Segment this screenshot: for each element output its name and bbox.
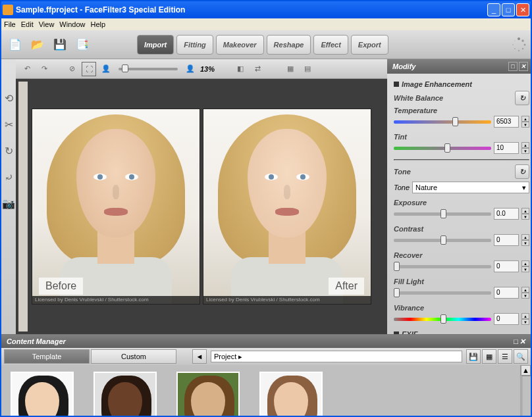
cm-item[interactable]: Asian Creaseless xyxy=(11,372,74,417)
modify-title: Modify xyxy=(392,62,415,70)
vibrance-up[interactable]: ▲ xyxy=(521,313,529,319)
flip-icon[interactable]: ⤾ xyxy=(1,170,16,184)
close-button[interactable]: ✕ xyxy=(516,3,529,16)
contrast-down[interactable]: ▼ xyxy=(521,240,529,246)
save-as-icon[interactable]: 📑 xyxy=(72,36,92,53)
fill-light-value[interactable]: 0 xyxy=(494,287,519,299)
crop-icon[interactable]: ✂ xyxy=(1,117,16,132)
zoom-slider[interactable] xyxy=(119,68,178,70)
zoom-in-icon[interactable]: 👤 xyxy=(183,62,198,76)
contrast-up[interactable]: ▲ xyxy=(521,234,529,240)
recover-down[interactable]: ▼ xyxy=(521,266,529,272)
save-icon[interactable]: 💾 xyxy=(50,36,70,53)
tint-down[interactable]: ▼ xyxy=(521,148,529,154)
cm-item[interactable]: Makeup Template xyxy=(259,372,323,417)
fill-light-slider[interactable] xyxy=(394,291,491,295)
cm-save-icon[interactable]: 💾 xyxy=(466,349,481,364)
minimize-button[interactable]: _ xyxy=(487,3,500,16)
titlebar: Sample.ffproject - FaceFilter3 Special E… xyxy=(1,1,531,18)
cm-close-icon[interactable]: ✕ xyxy=(519,337,525,346)
temperature-down[interactable]: ▼ xyxy=(521,122,529,128)
tint-handle[interactable] xyxy=(444,143,450,153)
redo-icon[interactable]: ↷ xyxy=(37,62,51,76)
fit-icon[interactable]: ⛶ xyxy=(82,62,96,76)
vibrance-slider[interactable] xyxy=(394,318,491,321)
zoom-out-icon[interactable]: 👤 xyxy=(99,62,113,76)
contrast-value[interactable]: 0 xyxy=(494,234,519,246)
white-balance-reset-button[interactable]: ↻ xyxy=(515,91,529,105)
modify-panel-header: Modify □ ✕ xyxy=(387,59,532,74)
tint-value[interactable]: 10 xyxy=(494,142,519,154)
menu-edit[interactable]: Edit xyxy=(21,20,34,28)
exposure-slider[interactable] xyxy=(394,212,491,216)
menu-window[interactable]: Window xyxy=(59,20,85,28)
recover-slider[interactable] xyxy=(394,265,491,268)
svg-point-2 xyxy=(524,43,526,45)
cm-search-icon[interactable]: 🔍 xyxy=(514,349,528,364)
split-view-icon[interactable]: ⇄ xyxy=(250,62,265,76)
layers-icon[interactable]: ▤ xyxy=(300,62,315,76)
vibrance-handle[interactable] xyxy=(440,314,446,324)
cm-tab-custom[interactable]: Custom xyxy=(91,349,176,364)
rotate-left-icon[interactable]: ⟲ xyxy=(1,91,16,105)
cm-tab-template[interactable]: Template xyxy=(4,349,90,364)
tint-slider[interactable] xyxy=(394,147,491,150)
exposure-down[interactable]: ▼ xyxy=(521,214,529,220)
tab-effect[interactable]: Effect xyxy=(313,35,348,55)
contrast-handle[interactable] xyxy=(440,235,446,245)
camera-icon[interactable]: 📷 xyxy=(1,196,16,210)
tab-import[interactable]: Import xyxy=(137,35,174,55)
exposure-value[interactable]: 0.0 xyxy=(494,208,519,220)
menu-view[interactable]: View xyxy=(39,20,55,28)
recover-handle[interactable] xyxy=(394,262,400,271)
temperature-slider[interactable] xyxy=(394,120,491,124)
no-icon[interactable]: ⊘ xyxy=(65,62,79,76)
vibrance-value[interactable]: 0 xyxy=(494,313,519,325)
fill-light-handle[interactable] xyxy=(394,288,400,297)
vibrance-label: Vibrance xyxy=(394,304,424,312)
exposure-handle[interactable] xyxy=(440,209,446,218)
single-view-icon[interactable]: ◧ xyxy=(233,62,248,76)
panel-expand-icon[interactable]: □ xyxy=(508,62,518,71)
temperature-handle[interactable] xyxy=(452,117,458,126)
cm-back-icon[interactable]: ◄ xyxy=(192,349,207,364)
viewport-scrollbar[interactable] xyxy=(18,82,28,331)
menu-help[interactable]: Help xyxy=(90,20,105,28)
zoom-slider-handle[interactable] xyxy=(122,64,128,72)
tab-makeover[interactable]: Makeover xyxy=(216,35,264,55)
tab-reshape[interactable]: Reshape xyxy=(267,35,311,55)
cm-scroll-up-icon[interactable]: ▲ xyxy=(521,365,531,376)
before-image: Before Licensed by Denis Vrublevski / Sh… xyxy=(32,109,200,305)
panel-close-icon[interactable]: ✕ xyxy=(519,62,528,71)
maximize-button[interactable]: □ xyxy=(502,3,515,16)
contrast-slider[interactable] xyxy=(394,239,491,242)
tab-export[interactable]: Export xyxy=(351,35,388,55)
temperature-value[interactable]: 6503 xyxy=(494,116,519,128)
recover-up[interactable]: ▲ xyxy=(521,260,529,266)
cm-item[interactable]: Blemish xyxy=(93,372,157,417)
cm-breadcrumb[interactable]: Project ▸ xyxy=(211,351,462,362)
tab-fitting[interactable]: Fitting xyxy=(176,35,213,55)
tone-select[interactable]: Nature▾ xyxy=(412,182,529,193)
cm-expand-icon[interactable]: □ xyxy=(514,337,518,345)
cm-grid-icon[interactable]: ▦ xyxy=(482,349,496,364)
exposure-up[interactable]: ▲ xyxy=(521,208,529,214)
after-label: After xyxy=(329,278,364,295)
vibrance-down[interactable]: ▼ xyxy=(521,319,529,325)
menu-file[interactable]: File xyxy=(4,20,16,28)
cm-scrollbar[interactable]: ▲ ▼ xyxy=(520,365,531,417)
open-folder-icon[interactable]: 📂 xyxy=(28,36,47,53)
recover-value[interactable]: 0 xyxy=(494,260,519,272)
grid-icon[interactable]: ▦ xyxy=(283,62,298,76)
fill-light-up[interactable]: ▲ xyxy=(521,287,529,293)
cm-item[interactable]: DOF Bokeh xyxy=(176,372,240,417)
rotate-right-icon[interactable]: ↻ xyxy=(1,143,16,158)
tint-up[interactable]: ▲ xyxy=(521,142,529,148)
cm-scroll-thumb[interactable] xyxy=(521,376,531,417)
tone-reset-button[interactable]: ↻ xyxy=(515,164,529,179)
undo-icon[interactable]: ↶ xyxy=(20,62,34,76)
temperature-up[interactable]: ▲ xyxy=(521,116,529,122)
fill-light-down[interactable]: ▼ xyxy=(521,293,529,299)
cm-list-icon[interactable]: ☰ xyxy=(498,349,512,364)
new-file-icon[interactable]: 📄 xyxy=(5,36,25,53)
